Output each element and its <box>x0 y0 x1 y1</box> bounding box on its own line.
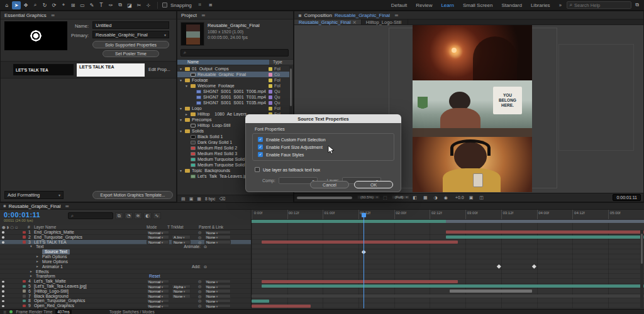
layer-duration-bar[interactable] <box>262 241 458 244</box>
layer-duration-bar[interactable] <box>262 280 458 283</box>
transparency-grid-icon[interactable]: ▦ <box>421 195 431 200</box>
timeline-graph-row[interactable] <box>252 264 644 269</box>
timeline-graph-row[interactable] <box>252 240 644 245</box>
timeline-graph-row[interactable] <box>252 279 644 284</box>
composition-header[interactable]: ▪ Composition Reusable_Graphic_Final ≡ <box>294 11 643 19</box>
disclosure-arrow[interactable]: ▾ <box>180 117 185 122</box>
label-color-chip[interactable] <box>269 90 272 94</box>
layer-name[interactable]: Black Background <box>34 294 69 299</box>
timeline-graph-row[interactable] <box>252 244 644 249</box>
layer-name[interactable]: Let's_Talk_Matte <box>34 279 66 284</box>
name-column-header[interactable]: Name <box>177 60 269 65</box>
panel-menu-icon[interactable]: ≡ <box>51 13 55 18</box>
visibility-eye-icon[interactable] <box>2 231 4 234</box>
timeline-row[interactable]: 8 Open_Turquoise_Graphics ⊙ Normal ◎ Non… <box>0 298 251 303</box>
track-matte-dropdown[interactable]: None <box>172 240 191 244</box>
pickwhip-icon[interactable]: ◎ <box>198 294 201 299</box>
layer-name[interactable]: Path Options <box>42 254 67 259</box>
twirl-arrow[interactable]: ▾ <box>30 244 32 249</box>
blend-mode-dropdown[interactable]: Normal <box>147 294 169 298</box>
zoom-tool-icon[interactable]: ⌕ <box>31 1 40 9</box>
exposure-value[interactable]: +0.0 <box>452 195 466 200</box>
layer-name[interactable]: [Let's_Talk_Tea-Leaves.jpg] <box>34 284 87 289</box>
parent-dropdown[interactable]: None <box>204 230 231 234</box>
cancel-button[interactable]: Cancel <box>310 181 349 188</box>
essential-graphics-header[interactable]: Essential Graphics ≡ <box>1 11 176 19</box>
label-color-chip[interactable] <box>269 73 272 77</box>
timeline-row[interactable]: 7 Black Background ⊙ Normal None ◎ None <box>0 294 251 299</box>
close-tab-icon[interactable]: × <box>353 19 357 25</box>
reset-link[interactable]: Reset <box>149 274 160 279</box>
workspace-tab[interactable]: Review <box>411 3 436 8</box>
timeline-row[interactable]: ▸ Transform ⊙ Reset ◎ <box>0 274 251 279</box>
disclosure-arrow[interactable]: ▾ <box>180 129 185 133</box>
label-color-chip[interactable] <box>269 95 272 99</box>
index-column-header[interactable]: # <box>28 225 30 230</box>
dialog-checkbox-row[interactable]: Enable Font Size Adjustment <box>258 143 389 151</box>
parent-column-header[interactable]: Parent & Link <box>199 225 223 230</box>
layer-color-chip[interactable] <box>23 290 26 293</box>
parent-dropdown[interactable]: None <box>204 294 231 298</box>
more-workspaces-icon[interactable]: » <box>556 3 565 8</box>
type-column-header[interactable]: Type <box>273 60 282 65</box>
editable-text-field[interactable]: LET'S TALK TEA <box>77 63 145 77</box>
layer-name[interactable]: Open_Turquoise_Graphics <box>34 298 85 303</box>
type-tool-icon[interactable]: T <box>97 1 106 9</box>
label-color-chip[interactable] <box>269 84 272 88</box>
timeline-row[interactable]: 4 Let's_Talk_Matte ⊙ Normal ◎ None <box>0 279 251 284</box>
delete-icon[interactable]: ⌫ <box>219 197 226 202</box>
frame-blending-icon[interactable]: ≋ <box>134 212 142 219</box>
blend-mode-dropdown[interactable]: Normal <box>147 289 169 293</box>
show-channel-icon[interactable]: ◑ <box>432 195 441 200</box>
search-input[interactable] <box>574 3 628 8</box>
trkmat-column-header[interactable]: T TrkMat <box>167 225 184 230</box>
dialog-title-bar[interactable]: Source Text Properties <box>245 114 401 123</box>
project-item-row[interactable]: ▾ Welcome_Footage Fol <box>177 83 289 89</box>
layer-color-chip[interactable] <box>23 236 26 239</box>
label-color-chip[interactable] <box>269 101 272 105</box>
layer-duration-bar[interactable] <box>252 305 311 308</box>
timeline-graph-row[interactable] <box>252 303 644 308</box>
timeline-row[interactable]: 1 End_Graphics_Matte ⊙ Normal ◎ None <box>0 230 251 235</box>
snap-to-edges-icon[interactable]: ⌗ <box>196 1 204 9</box>
timeline-row[interactable]: 6 [Hilltop_Logo-Still] ⊙ Normal None ◎ N… <box>0 289 251 294</box>
layer-duration-bar[interactable] <box>262 284 644 288</box>
layer-name[interactable]: [Hilltop_Logo-Still] <box>34 289 69 294</box>
workspace-tab[interactable]: Standard <box>497 3 526 8</box>
project-item-row[interactable]: SHGN7_S001_S001_T031.mp4 Qu <box>177 94 289 100</box>
timeline-row[interactable]: Source Text ⊙ ◎ <box>0 249 251 254</box>
orbit-camera-tool-icon[interactable]: ↻ <box>40 1 49 9</box>
project-search-field[interactable]: ⌕ <box>180 49 289 57</box>
timeline-graph-row[interactable] <box>252 269 644 274</box>
layer-color-chip[interactable] <box>23 241 26 244</box>
ok-button[interactable]: OK <box>354 181 393 188</box>
project-header[interactable]: Project ≡ <box>177 11 293 19</box>
project-item-row[interactable]: Reusable_Graphic_Final Co <box>177 72 289 77</box>
layer-name-column-header[interactable]: Layer Name <box>34 225 56 230</box>
dialog-checkbox-row[interactable]: Enable Faux Styles <box>258 151 389 158</box>
parent-dropdown[interactable]: None <box>204 284 231 288</box>
track-matte-dropdown[interactable]: A.Inv <box>172 235 191 239</box>
pickwhip-icon[interactable]: ◎ <box>198 235 201 240</box>
visibility-eye-icon[interactable] <box>2 285 4 288</box>
snapping-checkbox[interactable] <box>162 3 167 8</box>
track-matte-dropdown[interactable]: Alpha <box>172 284 191 288</box>
scrollbar-thumb[interactable] <box>290 68 292 106</box>
timeline-graph-row[interactable] <box>252 284 644 289</box>
disclosure-arrow[interactable]: ▾ <box>180 78 185 82</box>
disclosure-arrow[interactable]: ▾ <box>180 67 185 71</box>
timeline-graph-row[interactable] <box>252 298 644 303</box>
checkbox[interactable] <box>258 144 263 149</box>
timeline-graph-row[interactable] <box>252 235 644 240</box>
timeline-row[interactable]: ▸ Path Options ⊙ ◎ <box>0 254 251 259</box>
layer-color-chip[interactable] <box>23 295 26 298</box>
project-item-row[interactable]: SHGN7_S001_S001_T006.mp4 Qu <box>177 89 289 94</box>
layer-duration-bar[interactable] <box>446 236 644 239</box>
visibility-eye-icon[interactable] <box>2 290 4 293</box>
layer-name[interactable]: Transform <box>36 274 55 279</box>
camera-tool-icon[interactable]: ⌖ <box>59 1 68 9</box>
roto-brush-tool-icon[interactable]: ✂ <box>135 1 143 9</box>
keyframe-icon[interactable] <box>362 250 366 254</box>
export-mogrt-button[interactable]: Export Motion Graphics Template... <box>92 191 173 199</box>
brush-tool-icon[interactable]: ✑ <box>106 1 115 9</box>
